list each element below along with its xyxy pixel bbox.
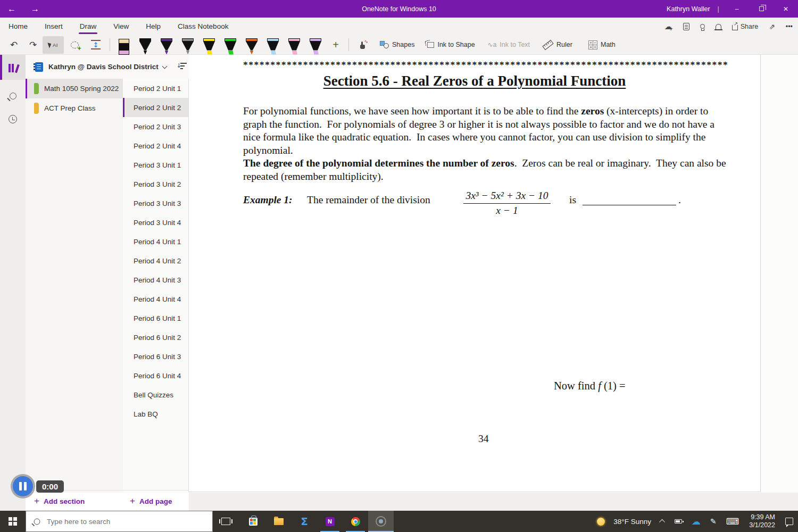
onenote-taskbar-button[interactable]: N — [317, 511, 343, 532]
page-item[interactable]: Bell Quizzes — [123, 385, 188, 404]
notebook-header[interactable]: Kathryn @ Davis School District — [26, 55, 189, 79]
shapes-button[interactable]: Shapes — [373, 36, 421, 54]
add-page-button[interactable]: + Add page — [130, 496, 172, 506]
taskbar-clock[interactable]: 9:39 AM 3/1/2022 — [744, 513, 780, 529]
math-app-button[interactable]: Σ — [292, 511, 317, 532]
file-explorer-button[interactable] — [266, 511, 292, 532]
tips-button[interactable] — [700, 24, 705, 29]
page-item[interactable]: Period 4 Unit 1 — [123, 232, 188, 251]
menu-class-notebook[interactable]: Class Notebook — [169, 18, 237, 35]
highlighter-pink-icon[interactable] — [284, 37, 305, 55]
page-item[interactable]: Period 2 Unit 2 — [123, 98, 188, 117]
menu-bar: Home Insert Draw View Help Class Noteboo… — [0, 18, 798, 35]
cloud-sync-icon: ☁ — [664, 22, 672, 31]
battery-status[interactable] — [670, 511, 687, 532]
search-rail-button[interactable] — [0, 84, 26, 107]
page-item[interactable]: Period 2 Unit 1 — [123, 79, 188, 98]
feed-icon[interactable] — [683, 23, 689, 30]
weather-widget[interactable]: 38°F Sunny — [592, 511, 656, 532]
share-button[interactable]: Share — [732, 22, 758, 30]
ink-with-touch-button[interactable]: ∿ — [352, 36, 373, 54]
pen-black-icon[interactable] — [135, 37, 156, 55]
ink-to-shape-button[interactable]: Ink to Shape — [421, 36, 481, 54]
forward-button[interactable]: → — [23, 0, 47, 18]
page-item[interactable]: Period 6 Unit 3 — [123, 347, 188, 366]
windows-ink-button[interactable]: ✎ — [705, 511, 721, 532]
section-item[interactable]: ACT Prep Class — [26, 98, 123, 118]
fraction-denominator: x − 1 — [461, 204, 553, 217]
chrome-icon — [351, 517, 360, 526]
math-button[interactable]: +−×= Math — [582, 36, 622, 54]
pen-orange-icon[interactable] — [241, 37, 262, 55]
answer-blank-line — [583, 194, 676, 205]
account-name[interactable]: Kathryn Waller — [667, 5, 710, 13]
highlighter-green-icon[interactable] — [220, 37, 241, 55]
page-item[interactable]: Period 2 Unit 4 — [123, 136, 188, 155]
battery-icon — [675, 519, 682, 523]
task-view-button[interactable] — [213, 511, 238, 532]
section-label: ACT Prep Class — [44, 104, 96, 112]
insert-space-button[interactable]: ↕ — [85, 36, 106, 54]
onedrive-icon: ☁ — [692, 516, 701, 527]
menu-view[interactable]: View — [105, 18, 137, 35]
page-item[interactable]: Period 3 Unit 2 — [123, 174, 188, 194]
select-tool-button[interactable]: AI — [43, 36, 64, 54]
ruler-icon — [542, 39, 553, 49]
add-pen-button[interactable]: + — [326, 36, 345, 54]
action-center-button[interactable] — [780, 511, 798, 532]
touch-keyboard-button[interactable]: ⌨ — [721, 511, 744, 532]
search-icon — [34, 518, 40, 525]
search-input[interactable] — [47, 518, 185, 526]
page-item[interactable]: Period 3 Unit 3 — [123, 194, 188, 213]
start-button[interactable] — [0, 511, 26, 532]
chrome-taskbar-button[interactable] — [343, 511, 368, 532]
highlighter-lavender-icon[interactable] — [305, 37, 326, 55]
menu-draw[interactable]: Draw — [71, 18, 105, 35]
minimize-button[interactable]: – — [725, 0, 749, 18]
more-options-button[interactable]: ••• — [786, 23, 793, 30]
page-item[interactable]: Lab BQ — [123, 404, 188, 423]
recent-notes-rail-button[interactable] — [0, 107, 26, 131]
lasso-select-button[interactable] — [64, 36, 85, 54]
show-hidden-icons-button[interactable] — [656, 511, 670, 532]
pencil-gray-icon[interactable] — [177, 37, 198, 55]
sync-status-icon[interactable]: ☁ — [664, 22, 672, 31]
scrollbar-track[interactable] — [761, 55, 798, 493]
page-item[interactable]: Period 3 Unit 4 — [123, 213, 188, 232]
section-item[interactable]: Math 1050 Spring 2022 — [26, 79, 123, 98]
ruler-button[interactable]: Ruler — [536, 36, 582, 54]
pen-purple-icon[interactable] — [156, 37, 177, 55]
notifications-button[interactable] — [716, 24, 721, 29]
page-item[interactable]: Period 6 Unit 4 — [123, 366, 188, 385]
screen-recorder-button[interactable] — [368, 511, 394, 532]
page-item[interactable]: Period 4 Unit 2 — [123, 251, 188, 270]
highlighter-yellow-icon[interactable] — [198, 37, 220, 55]
microsoft-store-button[interactable] — [240, 511, 266, 532]
redo-button[interactable]: ↷ — [23, 36, 43, 54]
notebook-icon — [35, 62, 43, 72]
undo-button[interactable]: ↶ — [4, 36, 23, 54]
page-item[interactable]: Period 4 Unit 3 — [123, 270, 188, 289]
taskbar-search[interactable] — [26, 511, 213, 532]
lightbulb-icon — [700, 24, 705, 29]
page-item[interactable]: Period 6 Unit 1 — [123, 309, 188, 328]
menu-help[interactable]: Help — [137, 18, 169, 35]
time-text: 9:39 AM — [749, 513, 775, 521]
page-item[interactable]: Period 2 Unit 3 — [123, 117, 188, 136]
back-button[interactable]: ← — [0, 0, 23, 18]
onedrive-status[interactable]: ☁ — [687, 511, 705, 532]
fullscreen-button[interactable]: ⇗ — [769, 22, 775, 31]
page-item[interactable]: Period 6 Unit 2 — [123, 328, 188, 347]
notebooks-rail-button[interactable] — [0, 55, 26, 80]
audio-pause-button[interactable] — [11, 474, 35, 498]
menu-insert[interactable]: Insert — [36, 18, 71, 35]
expand-icon: ⇗ — [769, 22, 775, 31]
eraser-icon[interactable] — [113, 37, 135, 55]
page-item[interactable]: Period 3 Unit 1 — [123, 155, 188, 174]
highlighter-blue-icon[interactable] — [262, 37, 284, 55]
restore-button[interactable] — [749, 0, 774, 18]
close-button[interactable]: ✕ — [774, 0, 798, 18]
menu-home[interactable]: Home — [0, 18, 36, 35]
note-page-canvas[interactable]: ****************************************… — [189, 55, 761, 492]
page-item[interactable]: Period 4 Unit 4 — [123, 289, 188, 309]
